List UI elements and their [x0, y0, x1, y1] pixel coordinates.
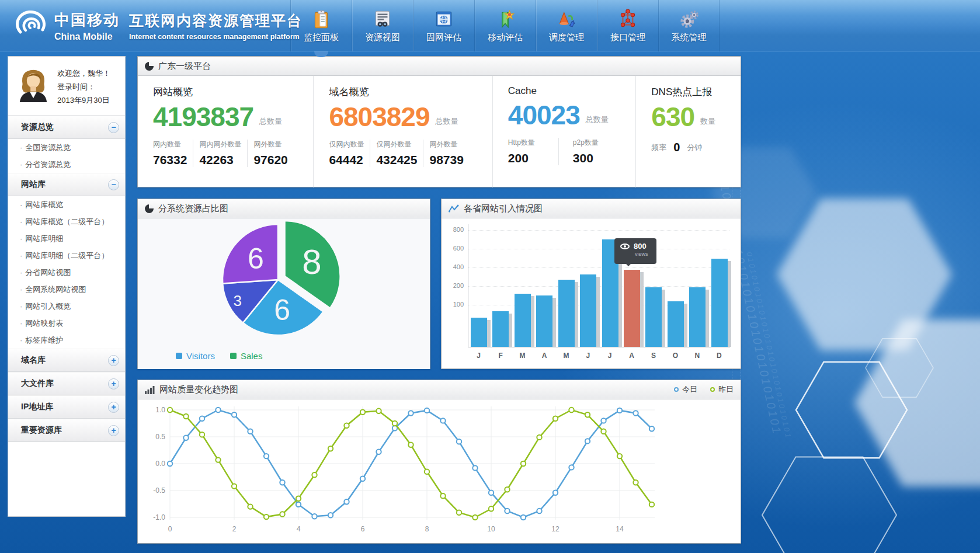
bar-panel-title: 各省网站引入情况图 [464, 203, 543, 214]
clipboard-icon [311, 9, 332, 30]
nav-item-resource-view[interactable]: 资源视图 [352, 0, 413, 51]
data-point [296, 496, 301, 501]
nav-item-fixed-net-eval[interactable]: 固网评估 [413, 0, 474, 51]
x-axis-tick-label: 12 [551, 525, 559, 533]
sidebar-item[interactable]: 分省网站视图 [8, 264, 125, 281]
y-axis-line [468, 224, 468, 347]
section-title: 网站库 [21, 179, 46, 190]
data-point [489, 491, 494, 495]
brand-block: 中国移动 China Mobile 互联网内容资源管理平台 Internet c… [15, 0, 303, 51]
data-point [521, 515, 526, 520]
bar[interactable] [515, 294, 531, 347]
collapse-toggle-icon[interactable]: − [108, 122, 119, 133]
nav-item-system-mgmt[interactable]: 系统管理 [658, 0, 720, 51]
bar[interactable] [689, 287, 706, 347]
sidebar-section-ip-library[interactable]: IP地址库 + [8, 395, 125, 419]
expand-toggle-icon[interactable]: + [108, 402, 119, 413]
sidebar-section-bigfile-library[interactable]: 大文件库 + [8, 372, 125, 395]
bar-shadow [640, 272, 644, 347]
pie-chart: 8636 [138, 218, 430, 342]
sidebar-section-important-resources[interactable]: 重要资源库 + [8, 419, 125, 442]
sidebar-item[interactable]: 标签库维护 [8, 332, 125, 349]
card-title: 网站概览 [153, 85, 313, 99]
bar[interactable] [645, 287, 662, 347]
avatar [15, 66, 51, 102]
stat-card-website-overview: 网站概览 4193837 总数量 网内数量 76332 网内网外数量 42263… [138, 76, 313, 187]
x-axis-tick-label: 8 [425, 525, 429, 533]
bar-panel-header: 各省网站引入情况图 [442, 199, 741, 218]
data-point [376, 409, 381, 413]
total-count-label: 总数量 [436, 116, 458, 127]
sidebar: 欢迎您，魏华！ 登录时间： 2013年9月30日 资源总览 − 全国资源总览 分… [8, 56, 126, 517]
line-panel-title: 网站质量变化趋势图 [159, 384, 238, 395]
bar[interactable] [492, 311, 509, 347]
data-point [280, 512, 284, 516]
frequency-row: 频率 0 分钟 [651, 141, 741, 154]
expand-toggle-icon[interactable]: + [108, 425, 119, 436]
nav-item-label: 监控面板 [304, 32, 339, 43]
nav-item-monitor-panel[interactable]: 监控面板 [290, 0, 352, 51]
y-axis-tick-label: 0.0 [155, 460, 165, 468]
data-point [408, 443, 413, 447]
legend-item-today[interactable]: 今日 [674, 384, 697, 395]
total-count-value: 40023 [508, 102, 580, 128]
eye-icon [620, 244, 630, 249]
data-point [521, 461, 526, 466]
data-point [376, 450, 381, 454]
document-binoculars-icon [372, 9, 393, 30]
sidebar-section-website-library[interactable]: 网站库 − [8, 173, 125, 196]
bar[interactable] [558, 280, 575, 347]
collapse-toggle-icon[interactable]: − [108, 179, 119, 190]
legend-item-yesterday[interactable]: 昨日 [710, 384, 734, 395]
sidebar-section-domain-library[interactable]: 域名库 + [8, 349, 125, 372]
gears-icon [679, 9, 700, 30]
pie-legend: Visitors Sales [176, 351, 262, 361]
sidebar-item[interactable]: 全网系统网站视图 [8, 281, 125, 298]
line-chart: 024681012141.00.50.0-0.5-1.0 [138, 399, 741, 543]
data-point [360, 410, 365, 415]
sidebar-item[interactable]: 网站库明细 [8, 230, 125, 247]
bar[interactable] [471, 318, 487, 347]
hexagon-decor [762, 457, 896, 553]
y-axis-tick-label: 800 [442, 226, 464, 233]
legend-marker [710, 387, 715, 392]
stat-card-domain-overview: 域名概览 6803829 总数量 仅网内数量 64442 仅网外数量 43242… [313, 76, 492, 187]
sidebar-item[interactable]: 网站库概览（二级平台） [8, 213, 125, 230]
stat-card-cache: Cache 40023 总数量 Http数量 200 p2p数量 300 [492, 76, 636, 187]
bar[interactable] [536, 295, 552, 347]
data-point [617, 408, 622, 413]
x-axis-tick-label: F [489, 352, 511, 360]
y-axis-tick-label: 0.5 [155, 433, 165, 441]
sidebar-section-resource-overview[interactable]: 资源总览 − [8, 116, 125, 139]
line-legend: 今日 昨日 [674, 384, 734, 395]
sidebar-item[interactable]: 网站映射表 [8, 315, 125, 332]
legend-item-sales[interactable]: Sales [230, 351, 263, 361]
data-point [248, 429, 252, 434]
data-point [553, 416, 558, 421]
data-point [649, 426, 654, 431]
sidebar-item[interactable]: 网站库明细（二级平台） [8, 247, 125, 264]
substat: 网外数量 98739 [429, 140, 469, 167]
bar[interactable] [668, 301, 684, 347]
sidebar-item-provincial-resources[interactable]: 分省资源总览 [8, 156, 125, 173]
expand-toggle-icon[interactable]: + [108, 355, 119, 366]
nav-item-mobile-eval[interactable]: 移动评估 [474, 0, 536, 51]
bar[interactable] [580, 274, 596, 347]
sidebar-item[interactable]: 网站引入概览 [8, 298, 125, 315]
bar[interactable] [624, 270, 640, 347]
pie-slice-label: 8 [302, 242, 321, 281]
bar[interactable] [711, 259, 728, 347]
sidebar-item-national-resources[interactable]: 全国资源总览 [8, 139, 125, 156]
substat: Http数量 200 [508, 138, 559, 165]
data-point [312, 472, 317, 477]
bar-shadow [531, 296, 534, 347]
signal-bars-icon [145, 385, 155, 394]
nav-item-interface-mgmt[interactable]: 接口管理 [597, 0, 658, 51]
expand-toggle-icon[interactable]: + [108, 378, 119, 389]
legend-item-visitors[interactable]: Visitors [176, 351, 215, 361]
sidebar-item[interactable]: 网站库概览 [8, 196, 125, 213]
data-point [408, 411, 413, 415]
nav-item-dispatch-mgmt[interactable]: 调度管理 [536, 0, 597, 51]
stats-panel-title: 广东一级平台 [158, 61, 211, 72]
data-point [200, 432, 204, 437]
